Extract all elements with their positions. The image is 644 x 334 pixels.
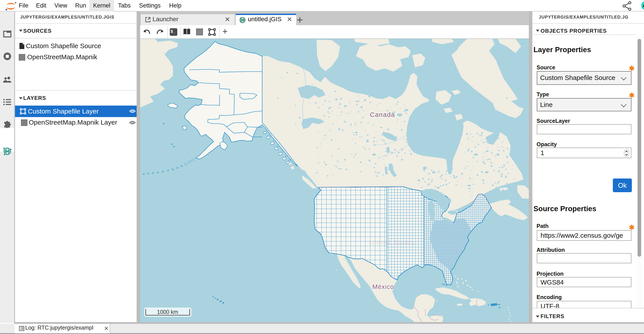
svg-text:1000 km: 1000 km <box>157 309 178 315</box>
svg-text:México: México <box>372 283 394 290</box>
svg-text:United States: United States <box>369 239 415 246</box>
svg-text:Canada: Canada <box>370 111 395 118</box>
